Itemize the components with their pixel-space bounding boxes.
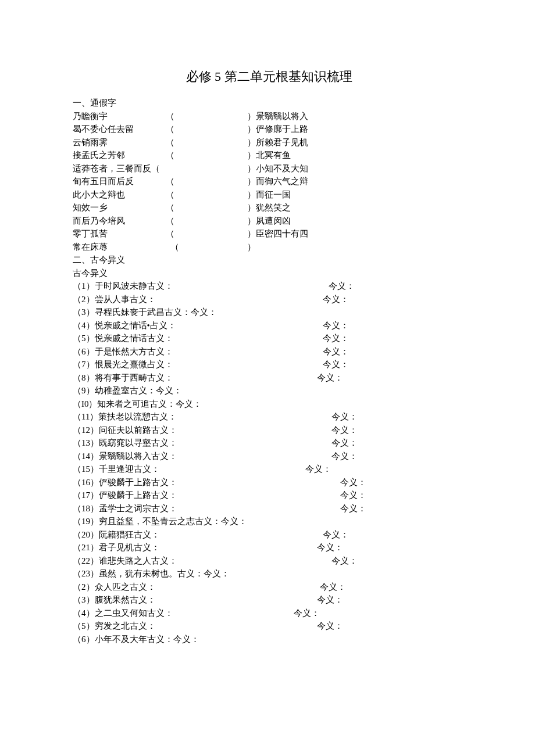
item-right: 今义： [323, 332, 349, 345]
item-left: （1）于时风波未静古义： [73, 280, 329, 293]
tongjia-row: 曷不委心任去留（）俨修廓于上路 [73, 123, 465, 136]
item-left: （21）君子见机古义： [73, 541, 317, 554]
section-1-heading: 一、通假字 [73, 96, 465, 110]
item-left: （4）之二虫又何知古义： [73, 607, 294, 620]
item-left: （15）千里逢迎古义： [73, 463, 305, 476]
gujin-row: （12）问征夫以前路古义：今义： [73, 424, 465, 437]
phrase-left: 云销雨霁 [73, 136, 166, 149]
item-right: 今义： [329, 280, 355, 293]
gujin-row: （18）孟学士之词宗古义：今义： [73, 502, 465, 515]
tongjia-row: 云销雨霁（）所赖君子见机 [73, 136, 465, 149]
item-left: （14）景翳翳以将入古义： [73, 450, 331, 463]
tongjia-row: 接孟氏之芳邻（）北冥有鱼 [73, 149, 465, 162]
phrase-left: 曷不委心任去留 [73, 123, 166, 136]
phrase-right: ） [247, 241, 256, 254]
item-left: （19）穷且益坚，不坠青云之志古义：今义： [73, 515, 247, 528]
item-left: （5）悦亲戚之情话古义： [73, 332, 323, 345]
item-right: 今义： [323, 528, 349, 542]
section-2-heading-a: 二、古今异义 [73, 253, 465, 267]
paren-open: （ [166, 227, 247, 241]
gujin-row: （21）君子见机古义：今义： [73, 541, 465, 554]
gujin-row: （6）小年不及大年古义：今义： [73, 633, 465, 646]
item-right: 今义： [317, 619, 343, 633]
paren-open: （ [166, 149, 247, 162]
paren-open: （ [166, 110, 247, 123]
gujin-row: （I0）知来者之可追古义：今义： [73, 397, 465, 411]
gujin-row: （14）景翳翳以将入古义：今义： [73, 450, 465, 463]
tongjia-row: 知效一乡（）犹然笑之 [73, 201, 465, 214]
gujin-row: （4）悦亲戚之情话•占义：今义： [73, 319, 465, 332]
gujin-row: （17）俨骏麟于上路古义：今义： [73, 489, 465, 502]
tongjia-row: 零丁孤苦（）臣密四十有四 [73, 227, 465, 241]
tongjia-row: 常在床蓐 （） [73, 241, 465, 254]
gujin-row: （2）尝从人事古义：今义： [73, 293, 465, 306]
item-right: 今义： [317, 541, 343, 554]
phrase-right: ）北冥有鱼 [247, 149, 291, 162]
gujin-row: （8）将有事于西畴古义：今义： [73, 371, 465, 385]
gujin-row: （19）穷且益坚，不坠青云之志古义：今义： [73, 515, 465, 528]
phrase-right: ）俨修廓于上路 [247, 123, 308, 136]
gujin-row: （16）俨骏麟于上路古义：今义： [73, 476, 465, 489]
gujin-row: （13）既窈窕以寻壑古义：今义： [73, 436, 465, 450]
item-right: 今义： [294, 607, 320, 620]
item-left: （22）谁悲失路之人古义： [73, 554, 331, 568]
item-right: 今义： [340, 502, 366, 515]
gujin-row: （23）虽然，犹有未树也。古义：今义： [73, 567, 465, 581]
gujin-row: （20）阮籍猖狂古义：今义： [73, 528, 465, 542]
item-right: 今义： [331, 410, 358, 424]
phrase-left: 知效一乡 [73, 201, 166, 214]
item-left: （11）策扶老以流憩古义： [73, 410, 331, 424]
gujin-row: （15）千里逢迎古义：今义： [73, 463, 465, 476]
item-right: 今义： [331, 450, 358, 463]
item-left: （6）于是怅然大方古义： [73, 345, 323, 359]
phrase-left: 此小大之辩也 [73, 188, 166, 202]
gujin-row: （22）谁悲失路之人古义：今义： [73, 554, 465, 568]
phrase-left: 适莽苍者，三餐而反（ [73, 162, 166, 175]
item-right: 今义： [317, 371, 343, 385]
item-left: （7）恨晨光之熹微占义： [73, 358, 323, 371]
gujin-row: （4）之二虫又何知古义：今义： [73, 607, 465, 620]
item-left: （2）众人匹之古义： [73, 581, 320, 594]
paren-open: （ [166, 188, 247, 202]
phrase-right: ）景翳翳以将入 [247, 110, 308, 123]
paren-open: （ [166, 241, 247, 254]
page-title: 必修 5 第二单元根基知识梳理 [73, 67, 465, 86]
item-right: 今义： [320, 581, 346, 594]
tongjia-row: 适莽苍者，三餐而反（）小知不及大知 [73, 162, 465, 175]
gujin-row: （1）于时风波未静古义：今义： [73, 280, 465, 293]
tongjia-row: 乃瞻衡宇（）景翳翳以将入 [73, 110, 465, 123]
paren-open [166, 162, 247, 175]
paren-open: （ [166, 201, 247, 214]
phrase-right: ）犹然笑之 [247, 201, 291, 214]
item-right: 今义： [323, 293, 349, 306]
phrase-left: 而后乃今培风 [73, 214, 166, 228]
item-left: （12）问征夫以前路古义： [73, 424, 331, 437]
tongjia-row: 而后乃今培风（）夙遭闵凶 [73, 214, 465, 228]
item-right: 今义： [317, 593, 343, 607]
phrase-right: ）而征一国 [247, 188, 291, 202]
item-right: 今义： [331, 554, 358, 568]
item-left: （6）小年不及大年古义：今义： [73, 633, 199, 646]
item-left: （3）寻程氏妹丧于武昌古义：今义： [73, 306, 217, 319]
section-2-body: （1）于时风波未静古义：今义：（2）尝从人事古义：今义：（3）寻程氏妹丧于武昌古… [73, 280, 465, 646]
item-right: 今义： [340, 476, 366, 489]
tongjia-row: 旬有五日而后反（）而御六气之辩 [73, 175, 465, 188]
item-left: （20）阮籍猖狂古义： [73, 528, 323, 542]
phrase-left: 乃瞻衡宇 [73, 110, 166, 123]
item-right: 今义： [323, 319, 349, 332]
item-left: （16）俨骏麟于上路古义： [73, 476, 340, 489]
item-right: 今义： [323, 345, 349, 359]
item-left: （18）孟学士之词宗古义： [73, 502, 340, 515]
item-right: 今义： [305, 463, 331, 476]
paren-open: （ [166, 214, 247, 228]
gujin-row: （9）幼稚盈室古义：今义： [73, 384, 465, 397]
phrase-right: ）夙遭闵凶 [247, 214, 291, 228]
phrase-left: 常在床蓐 [73, 241, 166, 254]
item-left: （I0）知来者之可追古义：今义： [73, 397, 202, 411]
item-left: （2）尝从人事古义： [73, 293, 323, 306]
phrase-right: ）臣密四十有四 [247, 227, 308, 241]
phrase-left: 旬有五日而后反 [73, 175, 166, 188]
paren-open: （ [166, 175, 247, 188]
item-right: 今义： [340, 489, 366, 502]
item-right: 今义： [331, 436, 358, 450]
